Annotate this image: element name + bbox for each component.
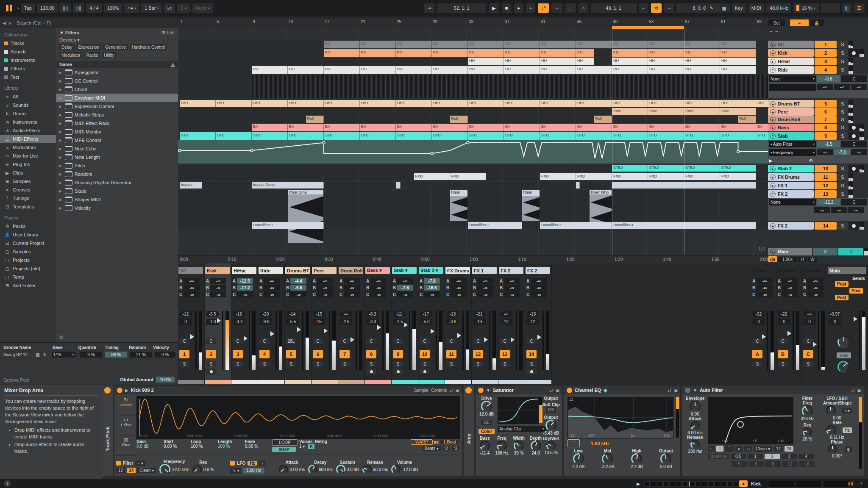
pan-value[interactable]: C (366, 338, 376, 344)
arrangement-clip-dbt[interactable]: DBT (324, 100, 360, 107)
sidebar-item-user-library[interactable]: 👤User Library (0, 230, 56, 239)
solo-button[interactable]: S (837, 182, 848, 189)
quantize-3[interactable]: 3 (782, 454, 797, 459)
track-pan-value[interactable]: C (841, 199, 867, 205)
sidebar-item-midi-effects[interactable]: ☰MIDI Effects (0, 135, 56, 143)
peak-value[interactable]: -21 (473, 311, 486, 317)
send-A-value[interactable]: -∞ (477, 278, 493, 284)
arrangement-clip-stb2[interactable]: STB2 (720, 165, 756, 172)
device-activator[interactable] (104, 387, 111, 394)
arrangement-clip-sc[interactable]: SC (396, 41, 432, 48)
arrangement-clip-perc[interactable]: Perc (648, 108, 684, 115)
hot-swap-icon[interactable]: ⇄ (668, 388, 671, 393)
filter-tag-racks[interactable]: Racks (84, 52, 100, 58)
quantize-4[interactable]: 4 (798, 454, 814, 459)
arrangement-clip-stb[interactable]: STB (288, 132, 324, 140)
track-header-perc[interactable]: ▶Perc6S (768, 108, 868, 116)
tab-controls[interactable]: Controls (431, 388, 447, 393)
track-number-button[interactable]: 8 (366, 350, 376, 358)
send-A-value[interactable]: -4.4 (290, 278, 306, 284)
pan-value[interactable]: C (420, 338, 430, 344)
expand-triangle-icon[interactable]: ▶ (59, 130, 63, 134)
attack-knob[interactable] (279, 465, 288, 474)
track-arm-number[interactable]: 1 (815, 41, 837, 48)
device-activator[interactable] (117, 388, 122, 393)
fader-handle[interactable] (377, 325, 381, 330)
send-value[interactable]: -∞ (851, 149, 867, 155)
arrangement-clip-ba[interactable]: BA (684, 124, 720, 131)
volume-fader[interactable] (542, 311, 544, 370)
pan-value[interactable]: C (393, 338, 403, 344)
param-gain[interactable]: Gain0.0 dB (136, 439, 162, 454)
track-name[interactable]: ▶Kick (768, 49, 814, 57)
sidebar-item-projects[interactable]: ▢Projects (0, 256, 56, 264)
arrangement-clip-stb[interactable]: STB (468, 132, 504, 140)
track-header-sc[interactable]: ▶SC1S (768, 41, 868, 48)
step-cell[interactable] (682, 481, 688, 487)
send-B-value[interactable]: -17.2 (237, 285, 253, 291)
peak-value[interactable]: -22 (778, 311, 790, 317)
filter-type-select[interactable]: ⌐ ▾ (135, 460, 145, 466)
arrangement-clip-dbt[interactable]: DBT (180, 100, 216, 107)
mixer-track-name[interactable]: C Delay (802, 267, 826, 274)
freeze-icon[interactable] (393, 369, 403, 374)
arrangement-clip-kd[interactable]: KD (684, 49, 720, 57)
track-name[interactable]: ▶FX 1 (768, 182, 814, 189)
expand-triangle-icon[interactable]: ▶ (59, 113, 63, 117)
punch-out-button[interactable]: ¬ (664, 3, 673, 13)
back-arrow-icon[interactable]: ◀ (3, 20, 6, 26)
arrangement-clip-downlifter-2[interactable]: Downlifter 2 (468, 222, 522, 229)
track-header-stab-2[interactable]: ▶Stab 210S (768, 165, 868, 172)
peak-value[interactable]: -0.97 (829, 311, 841, 317)
device-item-chord[interactable]: ▶Chord (56, 85, 178, 94)
solo-button[interactable]: S (837, 165, 848, 172)
peak-value[interactable]: -32 (752, 311, 765, 317)
key-map-button[interactable]: Key (732, 3, 746, 13)
arrangement-clip-hh[interactable]: HH (504, 58, 540, 65)
expand-triangle-icon[interactable]: ▶ (59, 105, 63, 108)
arrangement-clip-rd[interactable]: RD (396, 66, 432, 74)
send-value[interactable]: -∞ (848, 207, 864, 213)
peak-value[interactable]: -14 (286, 311, 299, 317)
curve-type-select[interactable]: Analog Clip▾ (498, 426, 546, 432)
track-name[interactable]: ▶Perc (768, 108, 814, 116)
device-item-mpe-control[interactable]: ▶MPE Control (56, 136, 178, 144)
arrangement-clip-sc[interactable]: SC (360, 41, 396, 48)
arrangement-clip-dbt[interactable]: DBT (252, 100, 288, 107)
warp-mode-select[interactable]: Beats ▾ (423, 446, 441, 451)
volume-value[interactable]: -9.8 (259, 319, 272, 325)
arrangement-clip-rd[interactable]: RD (720, 66, 756, 74)
track-arm-number[interactable]: 2 (815, 49, 837, 57)
mixer-track-name[interactable]: B Room (777, 267, 800, 274)
volume-value[interactable]: 0 (803, 319, 816, 325)
base-param[interactable]: Base-11.4 (476, 436, 493, 455)
arrangement-clip-stb[interactable]: STB (252, 132, 288, 140)
send-B-value[interactable]: -6.6 (290, 285, 306, 291)
arrangement-clip-dbt[interactable]: DBT (684, 100, 720, 107)
track-header-fx-2[interactable]: ▼FX 213S (768, 190, 868, 198)
mixer-track-name[interactable]: Kick (205, 267, 230, 274)
arrangement-clip-impact[interactable]: Impact (180, 182, 202, 189)
arrangement-clip-kd[interactable]: KD (612, 49, 648, 57)
mid-param[interactable]: Mid-3.2 dB (601, 449, 614, 469)
groove-timing-value[interactable]: 86 % (105, 352, 127, 358)
pan-value[interactable]: C (446, 338, 456, 344)
groove-amount-field[interactable]: 100% (104, 3, 122, 13)
device-item-rotating-rhythm-generator[interactable]: ▶Rotating Rhythm Generator (56, 178, 178, 187)
filter-tag-utility[interactable]: Utility (102, 52, 116, 58)
follow-button[interactable]: ⇥ (424, 3, 434, 13)
track-volume-value[interactable]: -9.8 (817, 75, 840, 82)
send-C-value[interactable]: -∞ (531, 291, 547, 297)
step-cell[interactable] (651, 481, 656, 487)
lfo-toggle[interactable] (230, 461, 235, 466)
send-A-value[interactable]: -∞ (397, 278, 413, 284)
expand-triangle-icon[interactable]: ▶ (59, 164, 63, 168)
arrangement-clip-sc[interactable]: SC (324, 41, 360, 48)
send-value[interactable]: -∞ (834, 84, 850, 90)
track-fold-icon[interactable]: ▶ (770, 223, 776, 229)
step-cell[interactable] (696, 481, 701, 487)
decay-knob[interactable] (308, 465, 317, 474)
midi-map-button[interactable]: MIDI (748, 3, 765, 13)
step-cell[interactable] (676, 481, 682, 487)
arrangement-clip-dbt[interactable]: DBT (288, 100, 324, 107)
